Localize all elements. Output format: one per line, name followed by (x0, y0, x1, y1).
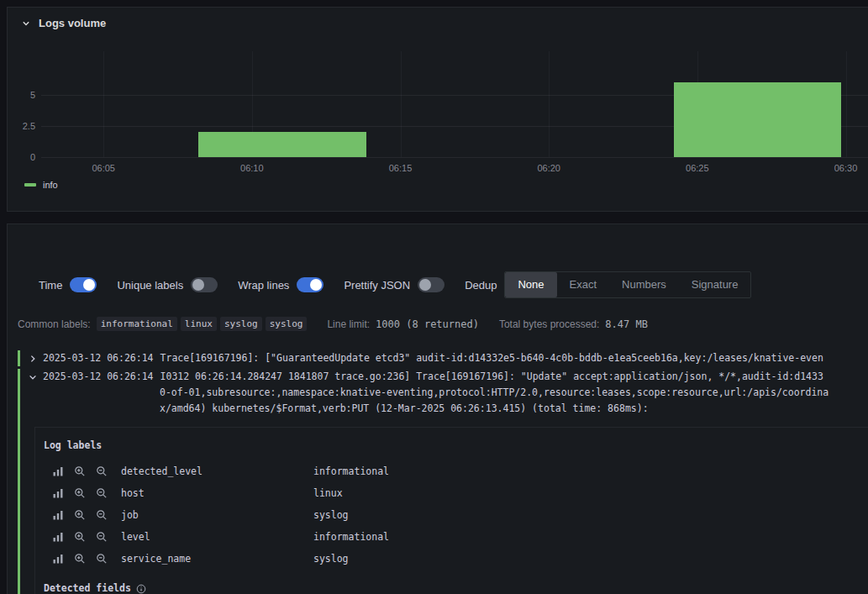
line-limit-value: 1000 (8 returned) (376, 318, 479, 330)
legend-label: info (43, 180, 58, 190)
toggle-switch-wrap-lines[interactable] (297, 277, 324, 292)
log-meta-row: Common labels: informationallinuxsyslogs… (18, 317, 868, 331)
gridline (103, 51, 104, 157)
total-bytes-value: 8.47 MB (605, 318, 648, 330)
toggle-label: Wrap lines (238, 279, 289, 292)
log-labels-title: Log labels (44, 438, 868, 454)
log-label-name: level (121, 529, 313, 545)
log-level-indicator-info (18, 350, 20, 366)
common-label-badge: informational (97, 317, 177, 331)
dedup-radio-group: NoneExactNumbersSignature (504, 271, 751, 298)
dedup-option-exact[interactable]: Exact (557, 272, 610, 297)
log-options-row: Time Unique labels Wrap lines Prettify J… (39, 271, 868, 299)
toggle-list: Time Unique labels Wrap lines Prettify J… (39, 277, 445, 292)
common-label-badge: syslog (266, 317, 308, 331)
log-label-value: syslog (313, 551, 349, 567)
legend-item-info[interactable]: info (24, 180, 58, 190)
chevron-down-icon (22, 19, 30, 28)
gridline (549, 51, 550, 157)
log-message-continued: 0-of-01,subresource:,namespace:knative-e… (8, 385, 868, 401)
log-label-name: detected_level (121, 464, 313, 480)
x-tick-label: 06:15 (389, 163, 413, 173)
volume-bar-info (198, 132, 366, 157)
stats-icon[interactable] (52, 531, 64, 543)
search-minus-icon[interactable] (96, 553, 108, 565)
dedup-option-numbers[interactable]: Numbers (609, 272, 679, 297)
log-label-row: job syslog (44, 504, 868, 526)
chevron-down-icon[interactable] (29, 373, 37, 381)
panel-title: Logs volume (39, 17, 106, 29)
x-tick-label: 06:10 (240, 163, 264, 173)
log-message: I0312 06:26:14.284247 1841807 trace.go:2… (160, 369, 823, 385)
x-tick-label: 06:30 (834, 163, 858, 173)
y-tick-label: 2.5 (4, 121, 35, 131)
search-minus-icon[interactable] (96, 465, 108, 477)
log-label-row: detected_level informational (44, 460, 868, 482)
x-tick-label: 06:25 (686, 163, 709, 173)
log-labels-title-text: Log labels (44, 438, 102, 454)
log-details: Log labels detected_level informational … (34, 427, 868, 594)
log-message-continued: x/amd64) kubernetes/$Format,verb:PUT (12… (8, 401, 868, 417)
stats-icon[interactable] (52, 487, 64, 499)
log-message: Trace[169167196]: ["GuaranteedUpdate etc… (160, 350, 823, 366)
search-plus-icon[interactable] (74, 509, 86, 521)
toggle-switch-prettify-json[interactable] (418, 277, 445, 292)
toggle-switch-time[interactable] (70, 277, 97, 292)
log-label-actions (52, 509, 113, 521)
search-minus-icon[interactable] (96, 487, 108, 499)
log-row-expanded[interactable]: 2025-03-12 06:26:14 I0312 06:26:14.28424… (8, 367, 868, 594)
common-label-badge: linux (181, 317, 217, 331)
dedup-option-none[interactable]: None (505, 272, 556, 297)
detected-fields-title: Detected fields (44, 581, 868, 594)
log-label-actions (52, 553, 113, 565)
log-label-row: service_name syslog (44, 548, 868, 570)
common-labels-badges: informationallinuxsyslogsyslog (97, 317, 308, 331)
stats-icon[interactable] (52, 553, 64, 565)
log-timestamp: 2025-03-12 06:26:14 (43, 369, 154, 385)
gridline (846, 51, 847, 157)
log-level-indicator-info (18, 369, 20, 594)
log-label-actions (52, 465, 113, 477)
toggle-wrap-lines: Wrap lines (238, 277, 324, 292)
log-label-value: syslog (313, 507, 349, 523)
y-tick-label: 5 (4, 90, 35, 100)
log-label-value: linux (313, 486, 343, 502)
log-label-name: host (121, 486, 313, 502)
logs-volume-plot[interactable]: 02.5506:0506:1006:1506:2006:2506:30 (41, 51, 868, 157)
dedup-label: Dedup (465, 279, 497, 292)
log-row[interactable]: 2025-03-12 06:26:14 Trace[169167196]: ["… (8, 349, 868, 367)
search-plus-icon[interactable] (74, 531, 86, 543)
dedup-option-signature[interactable]: Signature (679, 272, 751, 297)
toggle-label: Prettify JSON (344, 279, 410, 292)
toggle-switch-unique-labels[interactable] (191, 277, 218, 292)
chevron-right-icon[interactable] (29, 355, 37, 363)
toggle-label: Time (39, 279, 62, 292)
log-label-actions (52, 531, 113, 543)
common-labels-label: Common labels: (18, 318, 91, 330)
search-minus-icon[interactable] (96, 531, 108, 543)
log-label-actions (52, 487, 113, 499)
stats-icon[interactable] (52, 465, 64, 477)
info-icon (136, 584, 146, 594)
volume-bar-info (674, 82, 842, 157)
gridline (41, 157, 868, 158)
log-label-row: level informational (44, 526, 868, 548)
legend-swatch-info (24, 183, 36, 187)
x-tick-label: 06:20 (537, 163, 560, 173)
toggle-label: Unique labels (117, 279, 183, 292)
search-minus-icon[interactable] (96, 509, 108, 521)
search-plus-icon[interactable] (74, 487, 86, 499)
toggle-prettify-json: Prettify JSON (344, 277, 445, 292)
logs-panel: Time Unique labels Wrap lines Prettify J… (7, 223, 868, 594)
logs-volume-header[interactable]: Logs volume (8, 8, 868, 29)
stats-icon[interactable] (52, 509, 64, 521)
line-limit-label: Line limit: (327, 318, 370, 330)
log-label-value: informational (313, 464, 389, 480)
log-label-name: job (121, 507, 313, 523)
search-plus-icon[interactable] (74, 553, 86, 565)
search-plus-icon[interactable] (74, 465, 86, 477)
logs-volume-panel: Logs volume 02.5506:0506:1006:1506:2006:… (7, 7, 868, 212)
log-labels-rows: detected_level informational host linux … (44, 460, 868, 570)
common-label-badge: syslog (220, 317, 262, 331)
dedup-control: Dedup NoneExactNumbersSignature (465, 271, 751, 298)
